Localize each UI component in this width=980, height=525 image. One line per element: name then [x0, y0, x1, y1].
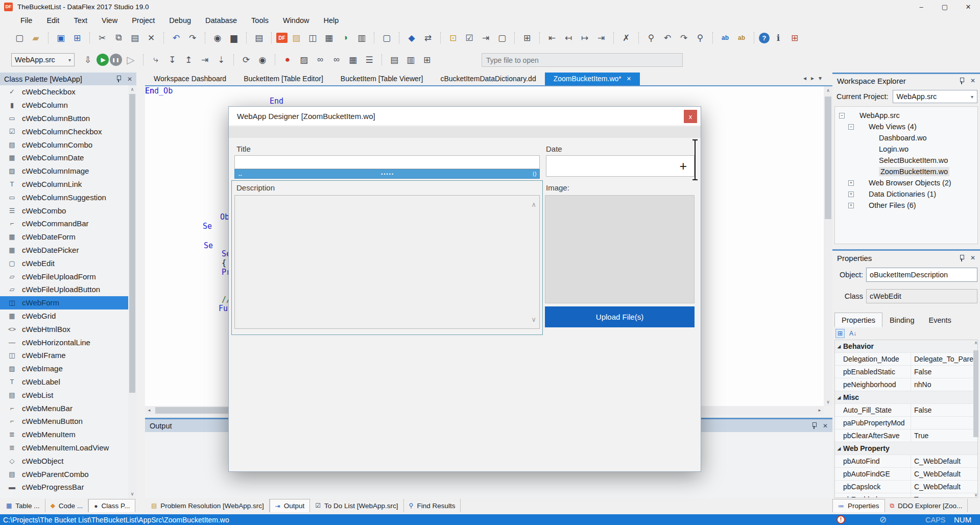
property-row[interactable]: pbClearAfterSave True [835, 429, 977, 442]
tab-scroll-right-icon[interactable]: ▸ [811, 75, 814, 82]
run-icon[interactable]: ▶ [97, 54, 109, 66]
resize-right-icon[interactable]: ⟨⟩ [532, 171, 537, 177]
upload-files-button[interactable]: Upload File(s) [545, 306, 695, 327]
date-input[interactable]: + [546, 155, 695, 177]
about-icon[interactable]: ℹ [771, 31, 786, 45]
close-panel-icon[interactable]: ✕ [823, 422, 828, 429]
class-palette-item[interactable]: <> cWebHtmlBox [0, 322, 128, 336]
blank-page-icon[interactable]: ▢ [379, 31, 394, 45]
previous-record-icon[interactable]: ↤ [561, 31, 576, 45]
tab-todo-list[interactable]: ☑ To Do List [WebApp.src] [310, 499, 403, 512]
categorized-view-icon[interactable]: ⊞ [835, 329, 845, 338]
class-palette-item[interactable]: ✓ cWebCheckbox [0, 85, 128, 99]
document-tab[interactable]: cBucketItemDataDictionary.dd [432, 73, 544, 85]
class-palette-item[interactable]: ▦ cWebDatePicker [0, 244, 128, 257]
tree-node[interactable]: − WebApp.src [835, 110, 977, 121]
tree-node[interactable]: Dashboard.wo [835, 132, 977, 144]
document-tab[interactable]: ZoomBucketItem.wo* ✕ [545, 73, 640, 85]
dialog-title-bar[interactable]: WebApp Designer [ZoomBucketItem.wo] [229, 107, 701, 126]
run-to-cursor-icon[interactable]: ⇥ [197, 53, 212, 67]
error-indicator-icon[interactable]: ! [836, 515, 845, 524]
class-palette-item[interactable]: ▦ cWebColumnDate [0, 151, 128, 164]
properties-tab[interactable]: Events [921, 313, 958, 327]
tree-expander-icon[interactable]: + [848, 203, 854, 208]
tab-scroll-left-icon[interactable]: ◂ [803, 75, 806, 82]
class-palette-item[interactable]: ▦ cWebGrid [0, 309, 128, 323]
save-all-icon[interactable]: ⊞ [69, 31, 85, 45]
class-palette-item[interactable]: ▢ cWebEdit [0, 256, 128, 270]
tab-class-palette[interactable]: ● Class P... [88, 499, 135, 512]
open-folder-icon[interactable]: ▰ [28, 31, 43, 45]
menu-item[interactable]: Edit [39, 13, 66, 28]
find-file-icon[interactable]: ▢ [494, 31, 510, 45]
document-tab[interactable]: Workspace Dashboard [145, 73, 235, 85]
clear-columns-icon[interactable]: ✗ [618, 31, 634, 45]
menu-item[interactable]: Debug [162, 13, 198, 28]
tab-output[interactable]: ⇥ Output [270, 499, 310, 512]
class-palette-item[interactable]: ▭ [0, 494, 128, 498]
autos-inspector-icon[interactable]: ∞ [329, 53, 344, 67]
webapp-server-icon[interactable]: ▦ [345, 53, 361, 67]
image-editor-icon[interactable]: ▨ [289, 31, 304, 45]
scroll-down-icon[interactable]: ∨ [128, 490, 136, 498]
step-into-icon[interactable]: ↧ [164, 53, 180, 67]
tree-node[interactable]: − Web Views (4) [835, 121, 977, 132]
close-button[interactable]: ✕ [957, 0, 980, 13]
dataflex-reports-icon[interactable]: DF [276, 33, 288, 43]
title-input[interactable] [234, 155, 540, 169]
tree-node[interactable]: + Data Dictionaries (1) [835, 188, 977, 200]
tree-node[interactable]: ZoomBucketItem.wo [835, 166, 977, 177]
menu-item[interactable]: Database [198, 13, 244, 28]
table-viewer-icon[interactable]: ▥ [403, 53, 418, 67]
panel-splitter[interactable] [832, 249, 980, 251]
properties-tab[interactable]: Properties [834, 313, 882, 327]
menu-item[interactable]: File [13, 13, 39, 28]
class-palette-item[interactable]: ⌐ cWebMenuBar [0, 401, 128, 415]
menu-item[interactable]: Tools [244, 13, 276, 28]
group-collapse-icon[interactable]: ◢ [835, 395, 843, 400]
current-project-select[interactable]: WebApp.src ▾ [893, 90, 977, 103]
object-field[interactable]: oBucketItemDescription [866, 268, 977, 282]
property-row[interactable]: ◢ Behavior [835, 340, 977, 353]
editor-vertical-scrollbar[interactable]: ∧ ∨ [824, 86, 832, 406]
scroll-down-icon[interactable]: ∨ [531, 316, 536, 323]
class-palette-item[interactable]: ▭ cWebColumnSuggestion [0, 190, 128, 204]
minimize-button[interactable]: – [910, 0, 933, 13]
pin-icon[interactable] [811, 422, 817, 429]
document-tab[interactable]: BucketItem [Table Editor] [235, 73, 332, 85]
goto-line-icon[interactable]: ⇣ [213, 53, 229, 67]
dialog-close-button[interactable]: x [684, 110, 697, 123]
class-palette-item[interactable]: — cWebHorizontalLine [0, 336, 128, 349]
menu-item[interactable]: View [94, 13, 125, 28]
export-icon[interactable]: ⇥ [478, 31, 493, 45]
property-row[interactable]: Delegation_Mode Delegate_To_Pare [835, 353, 977, 366]
cut-icon[interactable]: ✂ [94, 31, 110, 45]
menu-item[interactable]: Project [125, 13, 162, 28]
class-palette-item[interactable]: ⌐ cWebMenuButton [0, 415, 128, 428]
resize-left-icon[interactable]: ↔ [237, 171, 243, 177]
property-row[interactable]: ◢ Web Property [835, 442, 977, 455]
tab-ddo-explorer[interactable]: ⧉ DDO Explorer [Zoo... [885, 499, 968, 512]
property-row[interactable]: Auto_Fill_State False [835, 404, 977, 417]
call-stack-icon[interactable]: ☰ [362, 53, 377, 67]
find-in-files-icon[interactable]: ⚲ [692, 31, 708, 45]
watches-icon[interactable]: ▨ [296, 53, 312, 67]
table-report-icon[interactable]: ▤ [387, 53, 402, 67]
stop-debug-icon[interactable]: ◉ [255, 53, 270, 67]
class-palette-item[interactable]: ▤ cWebList [0, 388, 128, 401]
last-record-icon[interactable]: ⇥ [593, 31, 609, 45]
property-row[interactable]: pbAutoFindGE C_WebDefault [835, 468, 977, 481]
compile-icon[interactable]: ⇩ [80, 53, 95, 67]
tree-expander-icon[interactable]: + [848, 192, 854, 197]
class-palette-item[interactable]: ▬ cWebProgressBar [0, 481, 128, 494]
redo-icon[interactable]: ↷ [185, 31, 200, 45]
tab-problem-resolution[interactable]: ▤ Problem Resolution [WebApp.src] [146, 499, 270, 512]
save-icon[interactable]: ▣ [53, 31, 68, 45]
database-builder-icon[interactable]: ◫ [305, 31, 320, 45]
delete-icon[interactable]: ✕ [144, 31, 159, 45]
pin-icon[interactable] [959, 255, 964, 261]
class-palette-item[interactable]: ▨ cWebColumnImage [0, 164, 128, 178]
class-palette-item[interactable]: ☰ cWebCombo [0, 204, 128, 217]
class-palette-item[interactable]: ☑ cWebColumnCheckbox [0, 125, 128, 138]
tree-expander-icon[interactable]: − [848, 124, 854, 130]
